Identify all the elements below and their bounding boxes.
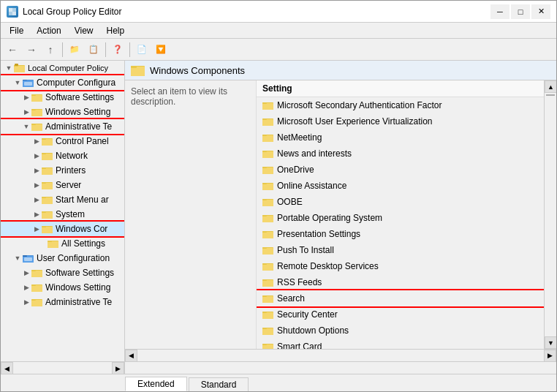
settings-item[interactable]: Search <box>257 290 544 306</box>
h-scroll-track[interactable] <box>137 350 544 362</box>
start-expand[interactable]: ▶ <box>31 195 42 205</box>
tab-extended[interactable]: Extended <box>125 377 187 391</box>
scroll-track[interactable] <box>545 93 556 336</box>
tree-network[interactable]: ▶ Network <box>1 148 124 163</box>
scroll-thumb[interactable] <box>546 94 555 96</box>
h-scroll-left[interactable]: ◀ <box>125 350 137 362</box>
toolbar-separator-2 <box>105 42 106 57</box>
svg-rect-56 <box>31 300 42 306</box>
menu-file[interactable]: File <box>4 24 29 37</box>
tree-server[interactable]: ▶ Server <box>1 178 124 192</box>
tree-computer-config[interactable]: ▼ Computer Configura <box>1 75 124 90</box>
admin-expand[interactable]: ▼ <box>21 121 31 132</box>
sw-settings-expand[interactable]: ▶ <box>21 92 31 102</box>
svg-rect-26 <box>42 153 46 154</box>
server-icon <box>42 180 53 190</box>
scroll-down-arrow[interactable]: ▼ <box>545 336 556 349</box>
uwin-expand[interactable]: ▶ <box>21 282 31 293</box>
root-expand[interactable]: ▼ <box>4 63 14 73</box>
scroll-up-arrow[interactable]: ▲ <box>545 80 556 93</box>
settings-folder-icon <box>262 309 274 320</box>
export-button[interactable]: 📄 <box>133 41 151 59</box>
cp-expand[interactable]: ▶ <box>31 136 42 146</box>
printers-expand[interactable]: ▶ <box>31 165 42 176</box>
settings-item[interactable]: Push To Install <box>257 242 544 258</box>
minimize-button[interactable]: ─ <box>490 4 509 19</box>
settings-item[interactable]: Microsoft User Experience Virtualization <box>257 113 544 129</box>
settings-item[interactable]: Online Assistance <box>257 178 544 194</box>
tree-all-settings[interactable]: All Settings <box>1 236 124 251</box>
tab-standard[interactable]: Standard <box>189 377 249 391</box>
main-area: ▼ Local Computer Policy ▼ <box>1 61 556 361</box>
svg-rect-31 <box>42 183 53 189</box>
svg-rect-63 <box>262 102 267 104</box>
tree-software-settings[interactable]: ▶ Software Settings <box>1 90 124 105</box>
window-title: Local Group Policy Editor <box>23 7 121 17</box>
svg-rect-68 <box>262 135 273 142</box>
settings-item[interactable]: OOBE <box>257 194 544 210</box>
tree-user-config[interactable]: ▼ User Configuration <box>1 251 124 265</box>
toolbar-separator-3 <box>129 42 130 57</box>
close-button[interactable]: ✕ <box>531 4 550 19</box>
tree-hscroll[interactable]: ◀ ▶ <box>1 362 125 374</box>
tree-h-left[interactable]: ◀ <box>1 362 13 374</box>
tree-user-windows[interactable]: ▶ Windows Setting <box>1 280 124 295</box>
copy-button[interactable]: 📋 <box>85 41 102 59</box>
show-hide-button[interactable]: 📁 <box>66 41 83 59</box>
settings-item[interactable]: Microsoft Secondary Authentication Facto… <box>257 97 544 113</box>
settings-item[interactable]: RSS Feeds <box>257 274 544 290</box>
filter-button[interactable]: 🔽 <box>152 41 170 59</box>
tree-h-track[interactable] <box>13 362 112 374</box>
back-button[interactable]: ← <box>4 41 21 59</box>
menu-action[interactable]: Action <box>31 24 67 37</box>
up-button[interactable]: ↑ <box>42 41 59 59</box>
settings-item[interactable]: OneDrive <box>257 162 544 178</box>
tree-start-menu[interactable]: ▶ Start Menu ar <box>1 192 124 207</box>
h-scroll-right[interactable]: ▶ <box>544 350 556 362</box>
tree-root[interactable]: ▼ Local Computer Policy <box>1 61 124 75</box>
win-setting-expand[interactable]: ▶ <box>21 107 31 117</box>
usw-expand[interactable]: ▶ <box>21 268 31 278</box>
title-bar: Local Group Policy Editor ─ □ ✕ <box>1 1 556 23</box>
uadm-expand[interactable]: ▶ <box>21 297 31 307</box>
bottom-area: ◀ ▶ <box>1 361 556 374</box>
tree-windows-components[interactable]: ▶ Windows Cor <box>1 222 124 236</box>
server-expand[interactable]: ▶ <box>31 180 42 190</box>
settings-item[interactable]: Presentation Settings <box>257 226 544 242</box>
svg-rect-57 <box>31 299 36 301</box>
settings-item[interactable]: Remote Desktop Services <box>257 258 544 274</box>
tree-system[interactable]: ▶ System <box>1 207 124 222</box>
settings-item[interactable]: Portable Operating System <box>257 210 544 226</box>
wincomp-expand[interactable]: ▶ <box>31 224 42 234</box>
user-expand[interactable]: ▼ <box>12 253 23 263</box>
server-label: Server <box>56 180 81 190</box>
tree-h-right[interactable]: ▶ <box>112 362 124 374</box>
all-expand[interactable] <box>42 238 48 249</box>
svg-rect-81 <box>262 199 267 200</box>
menu-view[interactable]: View <box>69 24 99 37</box>
tree-admin-templates[interactable]: ▼ Administrative Te <box>1 119 124 134</box>
comp-config-expand[interactable]: ▼ <box>12 78 23 88</box>
vertical-scrollbar[interactable]: ▲ ▼ <box>544 80 556 349</box>
net-expand[interactable]: ▶ <box>31 151 42 161</box>
settings-item[interactable]: Security Center <box>257 306 544 323</box>
tree-user-software[interactable]: ▶ Software Settings <box>1 265 124 280</box>
forward-button[interactable]: → <box>23 41 40 59</box>
svg-rect-40 <box>42 227 53 233</box>
tree-windows-setting[interactable]: ▶ Windows Setting <box>1 105 124 119</box>
settings-item[interactable]: News and interests <box>257 146 544 162</box>
help-button[interactable]: ❓ <box>109 41 126 59</box>
settings-item[interactable]: Smart Card <box>257 339 544 349</box>
tree-user-admin[interactable]: ▶ Administrative Te <box>1 295 124 309</box>
maximize-button[interactable]: □ <box>511 4 530 19</box>
menu-help[interactable]: Help <box>101 24 131 37</box>
tree-printers[interactable]: ▶ Printers <box>1 163 124 178</box>
content-horizontal-scrollbar[interactable]: ◀ ▶ <box>125 349 556 361</box>
settings-item[interactable]: Shutdown Options <box>257 323 544 339</box>
settings-item[interactable]: NetMeeting <box>257 129 544 146</box>
sys-expand[interactable]: ▶ <box>31 209 42 219</box>
svg-rect-102 <box>262 312 267 313</box>
settings-folder-icon <box>262 342 274 349</box>
svg-rect-98 <box>262 296 273 303</box>
tree-control-panel[interactable]: ▶ Control Panel <box>1 134 124 148</box>
